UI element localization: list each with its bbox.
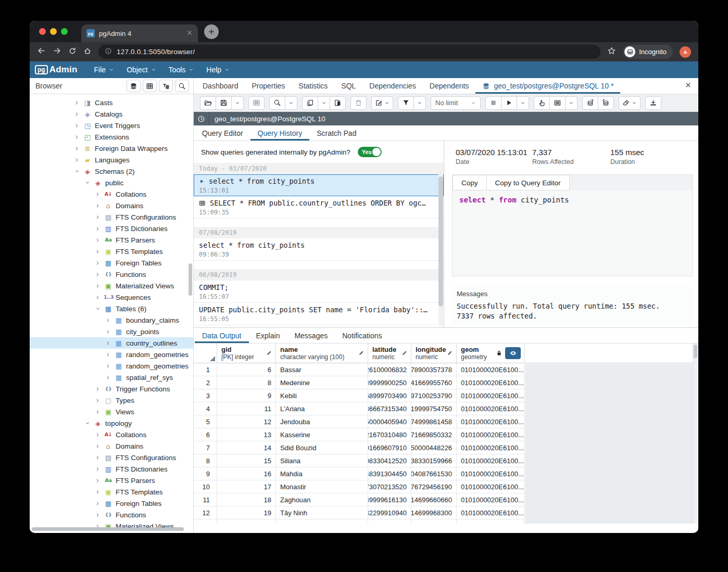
explain-button[interactable]	[534, 96, 550, 110]
new-tab-button[interactable]	[204, 24, 219, 39]
cell-latitude[interactable]	[368, 519, 411, 524]
row-number[interactable]: 9	[194, 467, 217, 480]
cell-gid[interactable]: 9	[217, 389, 276, 402]
find-options-button[interactable]	[285, 96, 297, 110]
tree-item-types[interactable]: ▢Types	[30, 395, 193, 406]
tree-item-public[interactable]: ◈public	[30, 177, 193, 188]
tree-expander-icon[interactable]	[94, 444, 101, 449]
cell-gid[interactable]: 8	[217, 376, 276, 389]
tree-expander-icon[interactable]	[105, 375, 111, 380]
bookmark-star-icon[interactable]	[607, 46, 616, 57]
tree-item-fts-templates[interactable]: ▣FTS Templates	[30, 486, 193, 498]
cell-gid[interactable]: 13	[217, 428, 276, 441]
add-object-button[interactable]	[127, 80, 141, 92]
commit-button[interactable]	[582, 96, 598, 110]
cell-geom[interactable]: 0101000020E6100...	[457, 506, 524, 519]
tab-query-history[interactable]: Query History	[250, 125, 310, 141]
cancel-query-button[interactable]	[485, 96, 501, 110]
tree-item-foreign-data-wrappers[interactable]: ≣Foreign Data Wrappers	[30, 143, 193, 154]
tree-item-random-geometries[interactable]: ▦random_geometries	[30, 349, 193, 360]
cell-geom[interactable]: 0101000020E6100...	[457, 428, 524, 441]
tree-expander-icon[interactable]	[94, 306, 101, 311]
cell-longitude[interactable]	[411, 519, 457, 524]
cell-name[interactable]: Kasserine	[276, 428, 368, 441]
row-number[interactable]	[194, 519, 217, 524]
view-geometry-button[interactable]	[505, 347, 521, 359]
row-limit-select[interactable]: No limit	[431, 96, 481, 110]
tree-item-country-outlines[interactable]: ▦country_outlines	[30, 337, 193, 349]
cell-geom[interactable]: 0101000020E6100...	[457, 389, 524, 402]
cell-latitude[interactable]: .21670310480	[368, 428, 411, 441]
cell-name[interactable]: Medenine	[276, 376, 368, 389]
tree-item-casts[interactable]: ◨Casts	[30, 97, 193, 108]
tree-item-topology[interactable]: ◈topology	[30, 417, 193, 429]
copy-options-button[interactable]	[318, 96, 330, 110]
copy-button[interactable]: Copy	[453, 175, 487, 190]
cell-latitude[interactable]: .08330412520	[368, 454, 411, 467]
explain-options-button[interactable]	[565, 96, 578, 110]
delete-rows-button[interactable]	[350, 96, 367, 110]
cell-latitude[interactable]: .68999703490	[368, 389, 411, 402]
search-objects-button[interactable]	[175, 80, 189, 92]
column-header-gid[interactable]: gid[PK] integer	[217, 344, 276, 363]
cell-latitude[interactable]: .32299910940	[368, 506, 411, 519]
tab-dependencies[interactable]: Dependencies	[362, 78, 423, 94]
cell-name[interactable]: Jendouba	[276, 415, 368, 428]
cell-name[interactable]: Zaghouan	[276, 493, 368, 506]
filter-options-button[interactable]	[413, 96, 426, 110]
cell-geom[interactable]: 0101000020E6100...	[457, 467, 524, 480]
tree-item-extensions[interactable]: ◰Extensions	[30, 131, 193, 143]
cell-geom[interactable]: 0101000020E6100...	[457, 480, 524, 493]
url-bar[interactable]: 127.0.0.1:5050/browser/	[98, 45, 600, 59]
history-scrollbar[interactable]	[438, 164, 443, 326]
cell-longitude[interactable]: 8.71669850332	[411, 428, 457, 441]
back-icon[interactable]	[37, 46, 46, 57]
cell-gid[interactable]: 17	[217, 480, 276, 493]
cell-longitude[interactable]: 0.41669955760	[411, 376, 457, 389]
cell-name[interactable]: Bassar	[276, 363, 368, 376]
tree-item-fts-parsers[interactable]: AaFTS Parsers	[30, 234, 193, 246]
tab-dashboard[interactable]: Dashboard	[196, 78, 245, 94]
tree-expander-icon[interactable]	[73, 100, 80, 105]
tree-expander-icon[interactable]	[94, 295, 101, 300]
tree-item-functions[interactable]: {}Functions	[30, 269, 193, 280]
row-number[interactable]: 12	[194, 506, 217, 519]
row-number[interactable]: 8	[194, 454, 217, 467]
tree-item-materialized-views[interactable]: ▣Materialized Views	[30, 280, 193, 291]
cell-latitude[interactable]: .73070213520	[368, 480, 411, 493]
cell-geom[interactable]: 0101000020E6100...	[457, 402, 524, 415]
edit-options-button[interactable]	[371, 96, 393, 110]
cell-name[interactable]	[276, 519, 368, 524]
cell-longitude[interactable]: 6.14699968300	[411, 506, 457, 519]
home-icon[interactable]	[83, 47, 92, 57]
tree-item-foreign-tables[interactable]: ▦Foreign Tables	[30, 498, 193, 509]
filtered-rows-button[interactable]	[159, 80, 173, 92]
tree-item-fts-templates[interactable]: ▣FTS Templates	[30, 246, 193, 257]
explain-analyze-button[interactable]	[549, 96, 566, 110]
cell-latitude[interactable]: .50000405940	[368, 415, 411, 428]
row-number[interactable]: 5	[194, 415, 217, 428]
tree-expander-icon[interactable]	[94, 398, 101, 403]
tree-expander-icon[interactable]	[84, 180, 91, 185]
tab-query-editor[interactable]: Query Editor	[195, 125, 250, 141]
cell-latitude[interactable]: .39999616130	[368, 493, 411, 506]
tree-expander-icon[interactable]	[94, 410, 101, 414]
select-all-cell[interactable]	[194, 344, 217, 363]
tree-item-event-triggers[interactable]: ◳Event Triggers	[30, 120, 193, 131]
tree-expander-icon[interactable]	[105, 318, 111, 323]
tree-expander-icon[interactable]	[94, 490, 101, 494]
cell-gid[interactable]: 19	[217, 506, 276, 519]
history-entry[interactable]: select * from city_points15:13:01	[194, 174, 444, 196]
tree-item-trigger-functions[interactable]: {}Trigger Functions	[30, 383, 193, 395]
history-entry[interactable]: UPDATE public.city_points SET name = 'Fl…	[194, 303, 444, 325]
tree-expander-icon[interactable]	[94, 204, 101, 208]
cell-name[interactable]: Tây Ninh	[276, 506, 368, 519]
forward-icon[interactable]	[53, 46, 61, 57]
cell-latitude[interactable]: .48391304450	[368, 467, 411, 480]
tree-expander-icon[interactable]	[94, 467, 101, 472]
download-results-button[interactable]	[645, 96, 661, 110]
history-entry[interactable]: SELECT * FROM public.country_outlines OR…	[194, 196, 444, 219]
tree-expander-icon[interactable]	[94, 513, 101, 517]
tree-item-schemas-2[interactable]: ◈Schemas (2)	[30, 166, 193, 177]
copy-rows-button[interactable]	[302, 96, 318, 110]
